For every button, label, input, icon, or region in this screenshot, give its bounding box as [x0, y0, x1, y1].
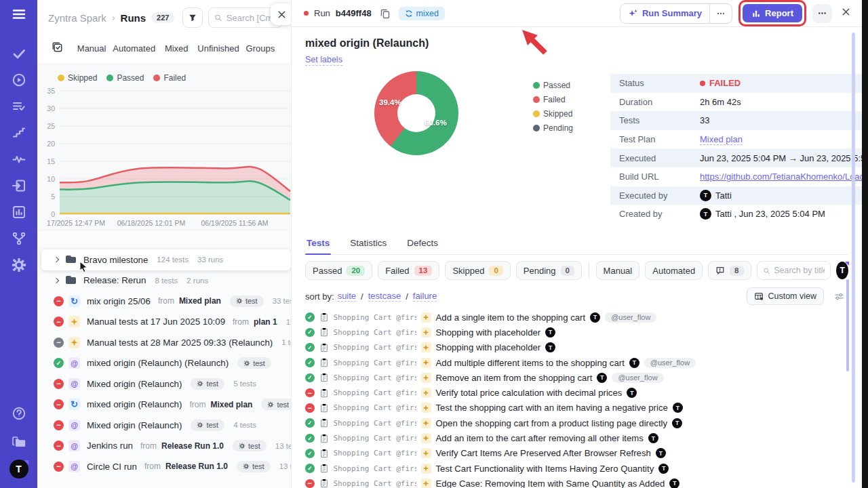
test-suite-name[interactable]: Shopping Cart @firs... [334, 328, 416, 337]
test-title[interactable]: Shopping with placeholder [436, 342, 541, 352]
run-list-item[interactable]: mixed origin (Relaunch) (Relaunch) test [41, 353, 291, 374]
test-title[interactable]: Test Cart Functionality with Items Havin… [436, 464, 654, 474]
check-icon[interactable] [11, 45, 27, 62]
test-list-item[interactable]: Shopping Cart @firs... Remove an item fr… [305, 370, 848, 385]
test-suite-name[interactable]: Shopping Cart @firs... [334, 313, 416, 322]
panel-close-button[interactable] [271, 3, 292, 25]
sort-option-link[interactable]: failure [413, 291, 437, 302]
test-title[interactable]: Edge Case: Removing Item with Same Quant… [436, 479, 665, 488]
chevron-right-icon[interactable] [54, 277, 60, 284]
copy-run-id-button[interactable] [377, 5, 393, 22]
status-filter-chip[interactable]: Passed 20 [305, 261, 372, 280]
run-list-item[interactable]: mixed origin (Relaunch) from Mixed plan … [41, 394, 291, 415]
run-list-item[interactable]: Manual tests at 17 Jun 2025 10:09 from p… [41, 312, 291, 333]
test-list-item[interactable]: Shopping Cart @firs... Shopping with pla… [305, 340, 848, 355]
checklist-icon[interactable] [51, 41, 64, 56]
status-filter-chip[interactable]: Failed 13 [378, 261, 439, 280]
custom-view-button[interactable]: Custom view [747, 287, 824, 305]
detail-tab[interactable]: Tests [305, 234, 331, 254]
steps-icon[interactable] [11, 125, 27, 141]
runs-tab[interactable]: Groups [242, 43, 279, 54]
test-suite-name[interactable]: Shopping Cart @firs... [334, 449, 416, 458]
run-list-item[interactable]: mix origin 25/06 from Mixed plan test 33… [41, 291, 291, 312]
test-title[interactable]: Add multiple different items to the shop… [436, 358, 625, 368]
test-suite-name[interactable]: Shopping Cart @firs... [334, 479, 416, 488]
bar-chart-icon[interactable] [11, 204, 27, 220]
test-list-item[interactable]: Shopping Cart @firs... Test Cart Functio… [305, 461, 848, 476]
test-suite-name[interactable]: Shopping Cart @firs... [334, 359, 416, 367]
runs-tab[interactable]: Mixed [158, 43, 195, 54]
test-title[interactable]: Test the shopping cart with an item havi… [436, 403, 668, 413]
run-summary-more-button[interactable] [709, 4, 732, 23]
test-list-item[interactable]: Shopping Cart @firs... Add multiple diff… [305, 355, 848, 370]
test-suite-name[interactable]: Shopping Cart @firs... [334, 464, 416, 473]
run-list-item[interactable]: Mixed origin (Relaunch) test 5 tests [41, 373, 291, 394]
breadcrumb-project[interactable]: Zyntra Spark [48, 12, 106, 24]
test-title[interactable]: Open the shopping cart from a product li… [436, 418, 668, 428]
status-filter-chip[interactable]: Pending 0 [516, 261, 582, 280]
runs-tab[interactable]: Unfinished [197, 43, 239, 54]
pulse-icon[interactable] [11, 151, 27, 167]
test-list-item[interactable]: Shopping Cart @firs... Test the shopping… [305, 401, 848, 415]
status-filter-chip[interactable]: Skipped 0 [445, 261, 510, 280]
legend-item[interactable]: Skipped [533, 109, 580, 119]
runs-tab[interactable]: Automated [113, 43, 155, 54]
test-suite-name[interactable]: Shopping Cart @firs... [334, 434, 416, 443]
test-list-item[interactable]: Shopping Cart @firs... Open the shopping… [305, 415, 848, 430]
test-list-item[interactable]: Shopping Cart @firs... Verify total pric… [305, 385, 848, 400]
test-suite-name[interactable]: Shopping Cart @firs... [334, 388, 416, 397]
panel-scrollbar[interactable] [852, 33, 855, 483]
sort-option-link[interactable]: suite [338, 291, 356, 302]
breadcrumb-section[interactable]: Runs [121, 12, 146, 24]
runs-search-input[interactable] [226, 13, 277, 23]
set-labels-link[interactable]: Set labels [305, 55, 342, 66]
run-summary-button[interactable]: Run Summary [620, 3, 732, 24]
run-list-item[interactable]: Mixed origin (Relaunch) test 4 tests [41, 415, 291, 436]
list-check-icon[interactable] [11, 98, 27, 115]
user-avatar[interactable]: T [9, 460, 28, 479]
detail-tab[interactable]: Defects [406, 234, 439, 254]
branch-icon[interactable] [11, 230, 27, 247]
tests-search-input[interactable] [774, 266, 825, 275]
view-settings-button[interactable] [834, 291, 844, 302]
test-list-item[interactable]: Shopping Cart @firs... Shopping with pla… [305, 325, 848, 340]
detail-tab[interactable]: Statistics [349, 234, 388, 254]
runs-tab[interactable]: Manual [73, 43, 110, 54]
run-list-item[interactable]: Release: Rerun 8 tests 2 runs [41, 270, 291, 291]
sort-option-link[interactable]: testcase [368, 291, 401, 302]
tests-list-scrollbar[interactable] [846, 279, 849, 371]
test-title[interactable]: Verify total price calculation with deci… [436, 388, 623, 398]
chevron-right-icon[interactable] [54, 256, 60, 263]
menu-icon[interactable] [11, 6, 27, 22]
help-icon[interactable] [11, 405, 27, 422]
test-suite-name[interactable]: Shopping Cart @firs... [334, 403, 416, 412]
gear-icon[interactable] [11, 257, 27, 273]
test-list-item[interactable]: Shopping Cart @firs... Edge Case: Removi… [305, 476, 848, 488]
report-button[interactable]: Report [743, 4, 802, 22]
filter-button[interactable] [182, 7, 203, 28]
legend-item[interactable]: Failed [153, 73, 186, 83]
test-title[interactable]: Shopping with placeholder [436, 327, 541, 338]
legend-item[interactable]: Skipped [58, 73, 97, 83]
legend-item[interactable]: Failed [533, 95, 580, 104]
more-actions-button[interactable] [812, 4, 832, 23]
test-title[interactable]: Verify Cart Items Are Preserved After Br… [436, 448, 651, 458]
manual-filter-chip[interactable]: Manual [596, 261, 640, 280]
test-suite-name[interactable]: Shopping Cart @firs... [334, 373, 416, 382]
test-title[interactable]: Add an item to the cart after removing a… [436, 433, 644, 443]
legend-item[interactable]: Passed [533, 81, 580, 90]
test-title[interactable]: Remove an item from the shopping cart [436, 373, 593, 383]
automated-filter-chip[interactable]: Automated [645, 261, 703, 280]
test-list-item[interactable]: Shopping Cart @firs... Verify Cart Items… [305, 446, 848, 461]
play-circle-icon[interactable] [11, 72, 27, 88]
run-list-item[interactable]: Jenkins run from Release Run 1.0 test 13… [41, 436, 291, 457]
test-suite-name[interactable]: Shopping Cart @firs... [334, 343, 416, 352]
sign-in-icon[interactable] [11, 178, 27, 194]
run-list-item[interactable]: Manual tests at 28 Mar 2025 09:33 (Relau… [41, 332, 291, 353]
comments-filter-chip[interactable]: 8 [708, 261, 751, 280]
test-list-item[interactable]: Shopping Cart @firs... Add an item to th… [305, 430, 848, 445]
test-title[interactable]: Add a single item to the shopping cart [436, 312, 586, 323]
legend-item[interactable]: Passed [106, 73, 144, 83]
folders-icon[interactable] [11, 434, 27, 450]
test-list-item[interactable]: Shopping Cart @firs... Add a single item… [305, 310, 848, 325]
